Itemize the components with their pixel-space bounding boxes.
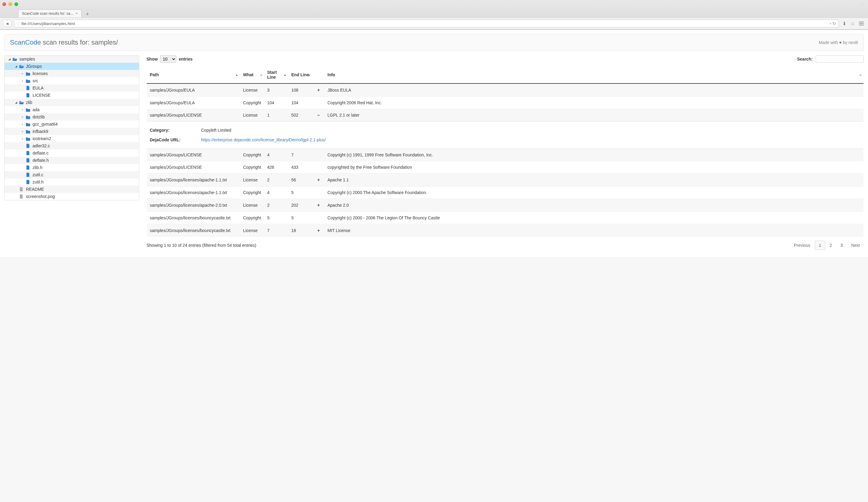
tree-node[interactable]: ▹ada <box>4 106 139 113</box>
col-path[interactable]: Path ▲ <box>147 66 240 84</box>
tree-toggle-icon[interactable]: ▹ <box>21 79 24 82</box>
tree-node[interactable]: deflate.h <box>4 157 139 164</box>
table-row: samples/JGroups/licenses/apache-1.1.txtC… <box>147 187 864 199</box>
window-minimize-button[interactable] <box>8 2 12 6</box>
file-icon <box>25 151 30 155</box>
file-icon <box>25 180 30 184</box>
cell-path: samples/JGroups/licenses/bouncycastle.tx… <box>147 212 240 224</box>
col-start[interactable]: Start Line ▲ <box>264 66 288 84</box>
tree-node[interactable]: EULA <box>4 84 139 92</box>
row-expander[interactable]: − <box>312 109 324 122</box>
reload-icon[interactable]: ↻ <box>833 21 836 26</box>
detail-row: Category:Copyleft Limited DejaCode URL:h… <box>147 122 864 149</box>
tree-toggle-icon[interactable]: ▹ <box>21 72 24 75</box>
pagination-page[interactable]: 3 <box>836 241 847 250</box>
sort-asc-icon: ▲ <box>308 73 311 76</box>
file-icon <box>19 187 24 191</box>
results-panel: Show 102550100 entries Search: Path ▲ <box>146 55 864 250</box>
col-what[interactable]: What ◆ <box>240 66 264 84</box>
downloads-icon[interactable]: ⬇ <box>841 21 847 27</box>
tree-toggle-icon[interactable]: ◢ <box>14 101 18 104</box>
show-label: Show <box>146 57 158 62</box>
table-row: samples/JGroups/licenses/apache-1.1.txtL… <box>147 174 864 187</box>
window-close-button[interactable] <box>2 2 6 6</box>
table-row: samples/JGroups/EULALicense3108＋JBoss EU… <box>147 83 864 97</box>
cell-path: samples/JGroups/licenses/bouncycastle.tx… <box>147 224 240 237</box>
tree-label: src <box>32 79 38 83</box>
tree-toggle-icon[interactable]: ▹ <box>21 137 24 140</box>
cell-start: 2 <box>264 174 288 187</box>
row-expander[interactable]: ＋ <box>312 83 324 97</box>
new-tab-button[interactable]: + <box>84 11 91 18</box>
folder-icon <box>25 136 30 141</box>
tree-label: iostream2 <box>32 136 51 141</box>
page-size-select[interactable]: 102550100 <box>160 55 176 63</box>
tree-node[interactable]: ▹src <box>4 77 139 84</box>
page-body: ScanCode scan results for: samples/ Made… <box>0 30 868 257</box>
tree-toggle-icon[interactable]: ▹ <box>21 130 24 133</box>
tree-toggle-icon[interactable]: ▹ <box>21 108 24 111</box>
tree-node[interactable]: ◢samples <box>4 55 139 63</box>
tree-node[interactable]: ▹gcc_gvmat64 <box>4 121 139 128</box>
row-expander <box>312 187 324 199</box>
cell-what: Copyright <box>240 149 264 161</box>
row-expander[interactable]: ＋ <box>312 199 324 212</box>
tree-label: deflate.h <box>32 158 49 163</box>
home-icon[interactable]: ⌂ <box>850 21 855 26</box>
tree-node[interactable]: zutil.h <box>4 178 139 186</box>
address-bar[interactable]: ◌ ▾ ↻ <box>14 20 839 28</box>
pagination: Previous123Next <box>790 241 864 250</box>
tree-node[interactable]: ▹licenses <box>4 70 139 77</box>
col-info[interactable]: Info ◆ <box>324 66 864 84</box>
tree-toggle-icon[interactable]: ◢ <box>14 65 18 68</box>
tab-close-icon[interactable]: × <box>76 11 78 16</box>
pagination-page[interactable]: 2 <box>826 241 836 250</box>
tree-label: JGroups <box>26 64 42 69</box>
col-end[interactable]: End Line ▲ <box>288 66 312 84</box>
tree-node[interactable]: ◢zlib <box>4 99 139 106</box>
row-expander <box>312 97 324 109</box>
fullscreen-icon[interactable]: ⤢ <box>861 2 864 6</box>
file-icon <box>25 93 30 97</box>
window-maximize-button[interactable] <box>14 2 18 6</box>
tree-label: ada <box>32 107 40 112</box>
cell-start: 7 <box>264 224 288 237</box>
browser-tab[interactable]: ScanCode scan results for: sa... × <box>18 9 82 18</box>
tree-toggle-icon[interactable]: ▹ <box>21 123 24 126</box>
row-expander[interactable]: ＋ <box>312 174 324 187</box>
back-button[interactable]: ◄ <box>3 20 11 27</box>
search-input[interactable] <box>816 55 864 63</box>
cell-what: Copyright <box>240 97 264 109</box>
tree-toggle-icon[interactable]: ◢ <box>8 57 11 61</box>
page-header: ScanCode scan results for: samples/ Made… <box>4 34 864 51</box>
tree-node[interactable]: README <box>4 186 139 193</box>
tree-node[interactable]: LICENSE <box>4 92 139 99</box>
file-icon <box>25 172 30 177</box>
tree-node[interactable]: ▹infback9 <box>4 128 139 135</box>
cell-info: LGPL 2.1 or later <box>324 109 864 122</box>
tree-node[interactable]: adler32.c <box>4 142 139 149</box>
showing-info: Showing 1 to 10 of 24 entries (filtered … <box>146 243 256 248</box>
tree-node[interactable]: deflate.c <box>4 149 139 157</box>
tree-node[interactable]: ▹iostream2 <box>4 135 139 142</box>
tree-node[interactable]: screenshot.png <box>4 193 139 200</box>
cell-start: 4 <box>264 187 288 199</box>
url-input[interactable] <box>21 21 828 26</box>
col-expander <box>312 66 324 84</box>
tree-node[interactable]: ◢JGroups <box>4 63 139 70</box>
pagination-next[interactable]: Next <box>847 241 864 250</box>
tree-toggle-icon[interactable]: ▹ <box>21 115 24 118</box>
tree-label: LICENSE <box>32 93 51 98</box>
file-icon <box>25 158 30 163</box>
url-dropdown-icon[interactable]: ▾ <box>830 22 831 25</box>
pagination-prev[interactable]: Previous <box>790 241 814 250</box>
row-expander[interactable]: ＋ <box>312 224 324 237</box>
tree-node[interactable]: zlib.h <box>4 164 139 171</box>
tree-node[interactable]: ▹dotzlib <box>4 113 139 121</box>
menu-icon[interactable] <box>858 21 865 27</box>
pagination-page[interactable]: 1 <box>815 241 825 250</box>
detail-dejacode-link[interactable]: https://enterprise.dejacode.com/license_… <box>201 137 326 142</box>
tree-node[interactable]: zutil.c <box>4 171 139 178</box>
cell-info: MIT License <box>324 224 864 237</box>
table-row: samples/JGroups/LICENSELicense1502−LGPL … <box>147 109 864 122</box>
